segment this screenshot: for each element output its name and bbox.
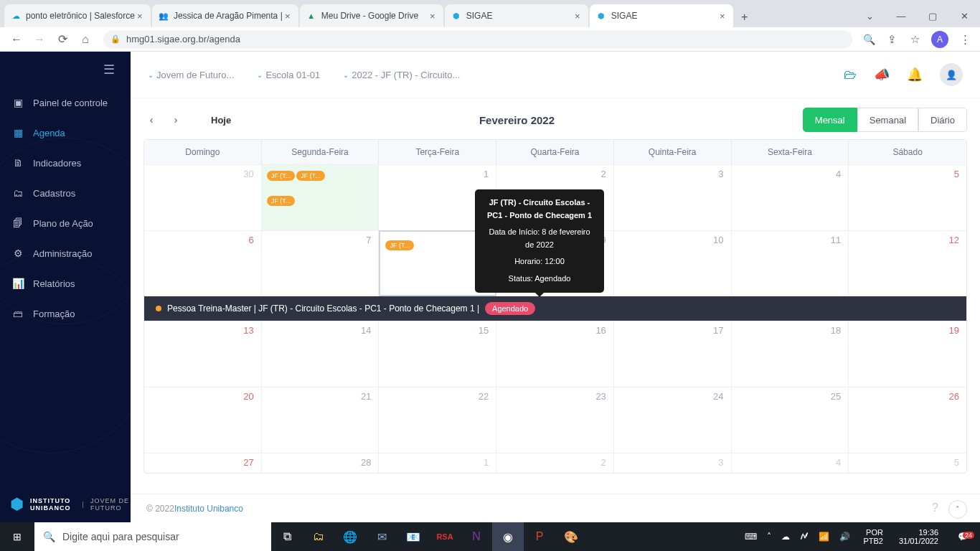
chrome-icon[interactable]: ◉ bbox=[492, 522, 524, 551]
next-month-button[interactable]: › bbox=[168, 112, 184, 128]
profile-avatar[interactable]: A bbox=[931, 31, 948, 48]
user-avatar[interactable]: 👤 bbox=[940, 63, 963, 86]
outlook-icon[interactable]: 📧 bbox=[397, 522, 429, 551]
tray-chevron-icon[interactable]: ˄ bbox=[764, 532, 774, 542]
rsa-icon[interactable]: RSA bbox=[429, 522, 461, 551]
browser-tab-active[interactable]: ⬢ SIGAE × bbox=[590, 4, 733, 27]
sidebar-toggle[interactable]: ☰ bbox=[0, 52, 131, 88]
reload-icon[interactable]: ⟳ bbox=[56, 32, 69, 46]
tray-volume-icon[interactable]: 🔊 bbox=[837, 532, 853, 542]
calendar-cell[interactable]: 14 bbox=[262, 321, 380, 387]
mail-icon[interactable]: ✉ bbox=[366, 522, 397, 551]
calendar-cell[interactable]: 3 bbox=[614, 453, 732, 473]
view-week-button[interactable]: Semanal bbox=[857, 108, 918, 132]
close-icon[interactable]: × bbox=[428, 11, 438, 21]
paint-icon[interactable]: 🎨 bbox=[555, 522, 587, 551]
new-tab-button[interactable]: + bbox=[735, 7, 755, 27]
event-pill[interactable]: JF (T... bbox=[267, 196, 296, 206]
calendar-cell[interactable]: 15 bbox=[379, 321, 496, 387]
chevron-down-icon[interactable]: ⌄ bbox=[854, 5, 885, 27]
view-day-button[interactable]: Diário bbox=[918, 108, 967, 132]
calendar-cell[interactable]: 13 bbox=[144, 321, 262, 387]
taskbar-lang[interactable]: POR PTB2 bbox=[857, 528, 889, 545]
bell-icon[interactable]: 🔔 bbox=[907, 67, 923, 83]
calendar-cell[interactable]: 21 bbox=[262, 387, 380, 453]
powerpoint-icon[interactable]: P bbox=[524, 522, 555, 551]
folder-icon[interactable]: 🗁 bbox=[844, 67, 857, 83]
breadcrumb-3[interactable]: ⌄2022 - JF (TR) - Circuito... bbox=[343, 70, 460, 80]
view-month-button[interactable]: Mensal bbox=[803, 108, 857, 132]
footer-link[interactable]: Instituto Unibanco bbox=[174, 504, 243, 514]
calendar-cell[interactable]: 23 bbox=[496, 387, 614, 453]
browser-tab[interactable]: ⬢ SIGAE × bbox=[445, 4, 588, 27]
close-icon[interactable]: × bbox=[283, 11, 293, 21]
calendar-cell[interactable]: 2 bbox=[496, 453, 614, 473]
close-icon[interactable]: × bbox=[573, 11, 583, 21]
calendar-cell[interactable]: 27 bbox=[144, 453, 262, 473]
calendar-cell[interactable]: 10 bbox=[614, 230, 732, 296]
breadcrumb-2[interactable]: ⌄Escola 01-01 bbox=[257, 70, 320, 80]
calendar-cell[interactable]: 4 bbox=[732, 164, 849, 230]
maximize-icon[interactable]: ▢ bbox=[917, 5, 948, 27]
calendar-cell[interactable]: 25 bbox=[732, 387, 849, 453]
taskbar-clock[interactable]: 19:36 31/01/2022 bbox=[893, 528, 944, 545]
task-view-icon[interactable]: ⧉ bbox=[271, 522, 303, 551]
calendar-cell[interactable]: 16 bbox=[496, 321, 614, 387]
sidebar-item-painel[interactable]: ▣Painel de controle bbox=[0, 88, 131, 118]
calendar-cell[interactable]: 18 bbox=[732, 321, 849, 387]
back-icon[interactable]: ← bbox=[10, 33, 23, 46]
share-icon[interactable]: ⇪ bbox=[885, 33, 898, 46]
breadcrumb-1[interactable]: ⌄Jovem de Futuro... bbox=[148, 70, 234, 80]
calendar-cell[interactable]: 1 bbox=[379, 453, 496, 473]
start-button[interactable]: ⊞ bbox=[0, 522, 34, 551]
home-icon[interactable]: ⌂ bbox=[79, 33, 92, 46]
calendar-cell[interactable]: 20 bbox=[144, 387, 262, 453]
forward-icon[interactable]: → bbox=[33, 33, 46, 46]
calendar-cell[interactable]: 5 bbox=[849, 453, 966, 473]
calendar-cell[interactable]: 5 bbox=[849, 164, 966, 230]
tray-keyboard-icon[interactable]: ⌨ bbox=[742, 532, 760, 542]
calendar-cell[interactable]: 7 bbox=[262, 230, 380, 296]
calendar-cell[interactable]: 17 bbox=[614, 321, 732, 387]
browser-tab[interactable]: ☁ ponto eletrônico | Salesforce × bbox=[4, 4, 151, 27]
notification-center[interactable]: 💬 24 bbox=[948, 532, 977, 542]
close-icon[interactable]: × bbox=[135, 11, 145, 21]
calendar-cell[interactable]: 12 bbox=[849, 230, 966, 296]
tray-wifi-icon[interactable]: 📶 bbox=[816, 532, 832, 542]
calendar-cell[interactable]: 4 bbox=[732, 453, 849, 473]
star-icon[interactable]: ☆ bbox=[908, 33, 921, 46]
browser-tab[interactable]: 👥 Jessica de Aragão Pimenta | × bbox=[152, 4, 298, 27]
menu-icon[interactable]: ⋮ bbox=[958, 33, 971, 46]
help-icon[interactable]: ? bbox=[932, 501, 938, 514]
taskbar-search[interactable]: 🔍 Digite aqui para pesquisar bbox=[34, 522, 271, 551]
today-button[interactable]: Hoje bbox=[211, 115, 231, 126]
megaphone-icon[interactable]: 📣 bbox=[874, 67, 890, 83]
calendar-cell[interactable]: 24 bbox=[614, 387, 732, 453]
calendar-cell[interactable]: 30 bbox=[144, 164, 262, 230]
calendar-cell[interactable]: 22 bbox=[379, 387, 496, 453]
event-pill[interactable]: JF (T... bbox=[296, 171, 325, 181]
minimize-icon[interactable]: — bbox=[885, 5, 917, 27]
browser-tab[interactable]: ▲ Meu Drive - Google Drive × bbox=[300, 4, 443, 27]
calendar-cell[interactable]: 11 bbox=[732, 230, 849, 296]
explorer-icon[interactable]: 🗂 bbox=[303, 522, 334, 551]
calendar-cell[interactable]: 19 bbox=[849, 321, 966, 387]
calendar-cell[interactable]: 28 bbox=[262, 453, 380, 473]
calendar-cell[interactable]: 31 JF (T...JF (T... JF (T... bbox=[262, 164, 380, 230]
calendar-cell[interactable]: 26 bbox=[849, 387, 966, 453]
tray-battery-icon[interactable]: 🗲 bbox=[797, 532, 811, 542]
search-icon[interactable]: 🔍 bbox=[862, 34, 875, 45]
event-pill[interactable]: JF (T... bbox=[385, 240, 414, 250]
onenote-icon[interactable]: N bbox=[461, 522, 492, 551]
tray-cloud-icon[interactable]: ☁ bbox=[778, 532, 793, 542]
close-icon[interactable]: × bbox=[717, 11, 727, 21]
calendar-cell[interactable]: 3 bbox=[614, 164, 732, 230]
allday-event-bar[interactable]: Pessoa Treina-Master | JF (TR) - Circuit… bbox=[144, 296, 966, 321]
close-window-icon[interactable]: ✕ bbox=[948, 5, 980, 27]
browser-icon[interactable]: 🌐 bbox=[334, 522, 366, 551]
prev-month-button[interactable]: ‹ bbox=[143, 112, 159, 128]
address-bar[interactable]: 🔒 hmg01.sigae.org.br/agenda bbox=[103, 30, 852, 49]
scroll-top-button[interactable]: ˄ bbox=[948, 500, 967, 519]
event-pill[interactable]: JF (T... bbox=[267, 171, 296, 181]
calendar-cell[interactable]: 6 bbox=[144, 230, 262, 296]
